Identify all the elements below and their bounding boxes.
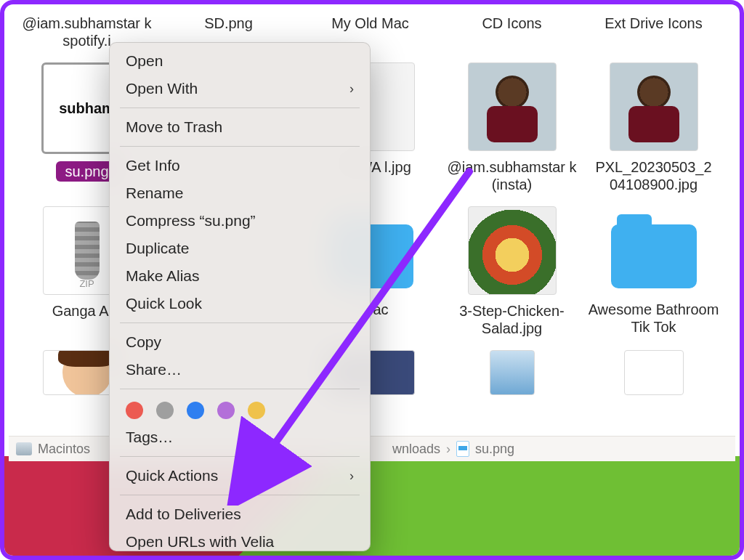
zip-icon bbox=[75, 222, 100, 280]
menu-item-copy[interactable]: Copy bbox=[110, 328, 370, 356]
tag-gray[interactable] bbox=[156, 402, 174, 419]
path-segment[interactable]: su.png bbox=[475, 442, 514, 457]
file-label: Awesome Bathroom Tik Tok bbox=[586, 301, 721, 336]
file-thumbnail bbox=[624, 350, 684, 395]
file-item[interactable]: PXL_20230503_2 04108900.jpg bbox=[583, 62, 724, 193]
menu-item-label: Open bbox=[126, 52, 163, 70]
file-label: @iam.subhamstar k (insta) bbox=[445, 158, 579, 193]
file-item[interactable]: CD Icons bbox=[441, 12, 583, 49]
file-label: 3-Step-Chicken-Salad.jpg bbox=[445, 302, 579, 337]
menu-item-quick-look[interactable]: Quick Look bbox=[110, 290, 370, 317]
file-label: su.png bbox=[56, 161, 117, 182]
file-label: CD Icons bbox=[482, 15, 541, 32]
menu-item-label: Move to Trash bbox=[126, 118, 222, 136]
menu-item-label: Add to Deliveries bbox=[126, 506, 241, 523]
thumb-text: subham bbox=[59, 100, 115, 117]
tag-blue[interactable] bbox=[187, 402, 204, 419]
tag-yellow[interactable] bbox=[248, 402, 265, 419]
menu-item-label: Get Info bbox=[126, 157, 180, 174]
file-item[interactable] bbox=[724, 350, 744, 395]
menu-item-open-urls[interactable]: Open URLs with Velia bbox=[110, 528, 370, 551]
file-item[interactable]: @iam.subhamstar k (insta) bbox=[441, 62, 583, 193]
file-thumbnail bbox=[468, 62, 557, 151]
zip-badge: ZIP bbox=[79, 278, 94, 289]
menu-item-label: Rename bbox=[126, 184, 183, 202]
file-label: PXL_20230503_2 04108900.jpg bbox=[586, 158, 721, 193]
file-item[interactable]: 3-Step-Chicken-Salad.jpg bbox=[441, 206, 583, 337]
chevron-right-icon: › bbox=[446, 442, 450, 457]
folder-icon bbox=[611, 224, 697, 288]
menu-separator bbox=[120, 322, 360, 323]
menu-item-label: Duplicate bbox=[126, 240, 190, 257]
file-item[interactable] bbox=[583, 350, 724, 395]
tag-color-row bbox=[110, 394, 370, 423]
menu-separator bbox=[120, 456, 360, 457]
menu-separator bbox=[120, 495, 360, 495]
folder-thumbnail bbox=[610, 206, 698, 293]
path-segment[interactable]: Macintos bbox=[38, 442, 90, 457]
menu-item-open-with[interactable]: Open With› bbox=[110, 75, 370, 102]
menu-item-open[interactable]: Open bbox=[110, 47, 370, 75]
menu-item-get-info[interactable]: Get Info bbox=[110, 152, 370, 179]
menu-item-label: Open URLs with Velia bbox=[126, 533, 274, 551]
menu-separator bbox=[120, 389, 360, 389]
menu-item-compress[interactable]: Compress “su.png” bbox=[110, 207, 370, 235]
file-item[interactable]: s hairs bbox=[724, 206, 744, 337]
file-thumbnail bbox=[610, 62, 698, 151]
tag-purple[interactable] bbox=[217, 402, 235, 419]
disk-icon bbox=[16, 442, 32, 455]
menu-item-label: Make Alias bbox=[126, 267, 200, 285]
menu-item-label: Quick Look bbox=[126, 295, 202, 312]
path-segment[interactable]: wnloads bbox=[392, 442, 440, 457]
chevron-right-icon: › bbox=[349, 81, 354, 97]
menu-item-duplicate[interactable]: Duplicate bbox=[110, 235, 370, 262]
file-label: SD.png bbox=[204, 15, 253, 32]
menu-separator bbox=[120, 146, 360, 147]
menu-item-label: Share… bbox=[126, 361, 182, 378]
menu-item-quick-actions[interactable]: Quick Actions› bbox=[110, 462, 370, 490]
file-item[interactable]: Awesome Bathroom Tik Tok bbox=[583, 206, 724, 337]
file-item[interactable]: Ext Drive Icons bbox=[583, 12, 724, 49]
png-file-icon bbox=[456, 441, 469, 457]
chevron-right-icon: › bbox=[349, 468, 354, 484]
tag-red[interactable] bbox=[126, 402, 143, 419]
file-label: My Old Mac bbox=[331, 15, 409, 32]
menu-item-make-alias[interactable]: Make Alias bbox=[110, 262, 370, 290]
menu-separator bbox=[120, 107, 360, 108]
menu-item-rename[interactable]: Rename bbox=[110, 179, 370, 207]
menu-item-label: Compress “su.png” bbox=[126, 212, 256, 230]
menu-item-share[interactable]: Share… bbox=[110, 356, 370, 384]
menu-item-add-to-deliveries[interactable]: Add to Deliveries bbox=[110, 500, 370, 528]
annotated-frame: @iam.subhamstar k spotify.i SD.png My Ol… bbox=[0, 0, 744, 560]
menu-item-tags[interactable]: Tags… bbox=[110, 423, 370, 451]
menu-item-trash[interactable]: Move to Trash bbox=[110, 113, 370, 141]
menu-item-label: Open With bbox=[126, 80, 198, 97]
context-menu: Open Open With› Move to Trash Get Info R… bbox=[109, 42, 371, 551]
file-thumbnail bbox=[490, 350, 535, 395]
file-thumbnail bbox=[468, 206, 557, 295]
file-item[interactable] bbox=[724, 12, 744, 49]
file-label: Ext Drive Icons bbox=[604, 15, 702, 32]
file-item[interactable] bbox=[441, 350, 583, 395]
menu-item-label: Quick Actions bbox=[126, 467, 218, 484]
menu-item-label: Tags… bbox=[126, 429, 173, 446]
file-item[interactable]: PXL 50 bbox=[724, 62, 744, 193]
menu-item-label: Copy bbox=[126, 333, 161, 351]
